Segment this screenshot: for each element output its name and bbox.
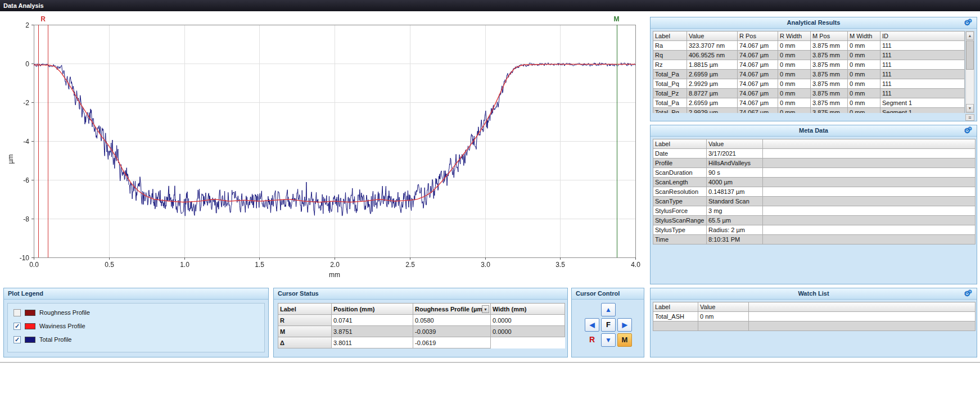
result-row[interactable]: Ra323.3707 nm74.067 µm0 mm3.875 mm0 mm11… bbox=[653, 41, 965, 51]
panel-title: Cursor Control bbox=[576, 290, 620, 297]
cursor-m-select-button[interactable]: M bbox=[617, 333, 632, 347]
settings-gear-icon[interactable]: ⚙⚙ bbox=[964, 288, 975, 300]
cell: 74.067 µm bbox=[738, 70, 778, 79]
profile-plot-canvas[interactable] bbox=[3, 13, 645, 283]
cursor-r-select-button[interactable]: R bbox=[585, 333, 599, 347]
cell: 0 mm bbox=[848, 79, 880, 89]
profile-type-dropdown-icon[interactable]: ▼ bbox=[482, 305, 489, 313]
meta-row[interactable]: StylusTypeRadius: 2 µm bbox=[653, 225, 976, 235]
cell: 0 mm bbox=[848, 108, 880, 114]
cell-filler bbox=[763, 149, 976, 159]
meta-row[interactable]: StylusScanRange65.5 µm bbox=[653, 216, 976, 225]
cell bbox=[749, 322, 976, 331]
scroll-down-icon[interactable]: ▼ bbox=[966, 104, 974, 112]
cursor-status-header: Cursor Status bbox=[274, 288, 567, 300]
meta-row[interactable]: ScanResolution0.148137 µm bbox=[653, 187, 976, 197]
cell-filler bbox=[763, 187, 976, 197]
cell-filler bbox=[763, 225, 976, 235]
column-header[interactable]: Value bbox=[698, 302, 749, 312]
cursor-right-button[interactable]: ▶ bbox=[617, 318, 632, 332]
cell: ScanLength bbox=[653, 178, 707, 187]
position-cell[interactable]: 0.0741 bbox=[332, 315, 413, 326]
settings-gear-icon[interactable]: ⚙⚙ bbox=[964, 125, 975, 137]
legend-item: ✓Waviness Profile bbox=[13, 322, 264, 330]
meta-row[interactable]: ScanDuration90 s bbox=[653, 168, 976, 178]
cell: 0 mm bbox=[778, 51, 811, 60]
column-header[interactable]: R Pos bbox=[738, 31, 778, 41]
width-cell[interactable]: 0.0000 bbox=[491, 315, 565, 326]
column-header[interactable]: Value bbox=[687, 31, 738, 41]
cell: StylusType bbox=[653, 225, 707, 235]
position-cell[interactable]: 3.8751 bbox=[332, 326, 413, 337]
result-row[interactable]: Rq406.9525 nm74.067 µm0 mm3.875 mm0 mm11… bbox=[653, 51, 965, 60]
column-header: Label bbox=[278, 304, 332, 315]
cell: 0 mm bbox=[848, 41, 880, 51]
table-options-grip[interactable]: ≡ bbox=[965, 114, 974, 121]
cell: 2.9929 µm bbox=[687, 79, 738, 89]
column-header[interactable]: R Width bbox=[778, 31, 811, 41]
cell: 2.9929 µm bbox=[687, 108, 738, 114]
legend-checkbox[interactable]: ✓ bbox=[13, 336, 21, 343]
cell: 111 bbox=[880, 79, 965, 89]
column-header[interactable]: Value bbox=[707, 139, 763, 149]
cell: 0 mm bbox=[848, 51, 880, 60]
legend-checkbox[interactable] bbox=[13, 309, 21, 316]
analytical-results-table: LabelValueR PosR WidthM PosM WidthIDRa32… bbox=[653, 31, 965, 113]
cell: HillsAndValleys bbox=[707, 159, 763, 168]
column-header[interactable]: Label bbox=[653, 139, 707, 149]
gear-icon: ⚙ bbox=[968, 126, 972, 132]
column-header[interactable]: M Pos bbox=[811, 31, 848, 41]
cell-filler bbox=[749, 312, 976, 322]
profile-value-cell[interactable]: -0.0619 bbox=[413, 337, 491, 348]
column-header[interactable]: M Width bbox=[848, 31, 880, 41]
cell: Total_Pq bbox=[653, 79, 687, 89]
column-header-filler bbox=[763, 139, 976, 149]
cell: 111 bbox=[880, 89, 965, 98]
cell: 0 mm bbox=[778, 108, 811, 114]
cell: 3 mg bbox=[707, 206, 763, 216]
column-header[interactable]: Label bbox=[653, 31, 687, 41]
column-header[interactable]: ID bbox=[880, 31, 965, 41]
cursor-down-button[interactable]: ▼ bbox=[601, 333, 616, 347]
results-scrollbar[interactable]: ▲ ▼ bbox=[965, 31, 974, 113]
profile-value-cell[interactable]: -0.0039 bbox=[413, 326, 491, 337]
plot-legend-panel: Plot Legend Roughness Profile✓Waviness P… bbox=[3, 288, 269, 357]
meta-row[interactable]: Date3/17/2021 bbox=[653, 149, 976, 159]
result-row[interactable]: Total_Pq2.9929 µm74.067 µm0 mm3.875 mm0 … bbox=[653, 108, 965, 114]
profile-value-cell[interactable]: 0.0580 bbox=[413, 315, 491, 326]
width-cell[interactable]: 0.0000 bbox=[491, 326, 565, 337]
scroll-up-icon[interactable]: ▲ bbox=[966, 31, 974, 40]
column-header: Roughness Profile (µm▼ bbox=[413, 304, 491, 315]
position-cell[interactable]: 3.8011 bbox=[332, 337, 413, 348]
result-row[interactable]: Rz1.8815 µm74.067 µm0 mm3.875 mm0 mm111 bbox=[653, 60, 965, 70]
cell: 0 mm bbox=[778, 89, 811, 98]
meta-row[interactable]: Time8:10:31 PM bbox=[653, 235, 976, 244]
legend-checkbox[interactable]: ✓ bbox=[13, 323, 21, 330]
panel-title: Analytical Results bbox=[787, 19, 841, 26]
meta-row[interactable]: ProfileHillsAndValleys bbox=[653, 159, 976, 168]
result-row[interactable]: Total_Pa2.6959 µm74.067 µm0 mm3.875 mm0 … bbox=[653, 98, 965, 108]
meta-row[interactable]: StylusForce3 mg bbox=[653, 206, 976, 216]
meta-row[interactable]: ScanLength4000 µm bbox=[653, 178, 976, 187]
legend-label: Waviness Profile bbox=[39, 323, 85, 329]
cursor-left-button[interactable]: ◀ bbox=[585, 318, 599, 332]
watch-list-panel: Watch List ⚙⚙ LabelValueTotal_ASH0 nm bbox=[650, 288, 977, 357]
legend-item: Roughness Profile bbox=[13, 308, 264, 317]
legend-item: ✓Total Profile bbox=[13, 335, 264, 344]
settings-gear-icon[interactable]: ⚙⚙ bbox=[964, 17, 975, 29]
meta-row[interactable]: ScanTypeStandard Scan bbox=[653, 197, 976, 206]
result-row[interactable]: Total_Pz8.8727 µm74.067 µm0 mm3.875 mm0 … bbox=[653, 89, 965, 98]
result-row[interactable]: Total_Pq2.9929 µm74.067 µm0 mm3.875 mm0 … bbox=[653, 79, 965, 89]
horizontal-splitter[interactable] bbox=[0, 362, 980, 363]
column-header[interactable]: Label bbox=[653, 302, 698, 312]
cursor-status-table: LabelPosition (mm)Roughness Profile (µm▼… bbox=[278, 303, 565, 348]
scroll-thumb[interactable] bbox=[966, 40, 974, 70]
cell: 74.067 µm bbox=[738, 41, 778, 51]
watch-row[interactable]: Total_ASH0 nm bbox=[653, 312, 976, 322]
cursor-fine-button[interactable]: F bbox=[601, 318, 616, 332]
analytical-results-panel: Analytical Results ⚙⚙ LabelValueR PosR W… bbox=[650, 17, 977, 121]
result-row[interactable]: Total_Pa2.6959 µm74.067 µm0 mm3.875 mm0 … bbox=[653, 70, 965, 79]
cursor-up-button[interactable]: ▲ bbox=[601, 303, 616, 316]
cell: 0 mm bbox=[778, 98, 811, 108]
profile-chart[interactable]: µm mm bbox=[3, 13, 645, 283]
